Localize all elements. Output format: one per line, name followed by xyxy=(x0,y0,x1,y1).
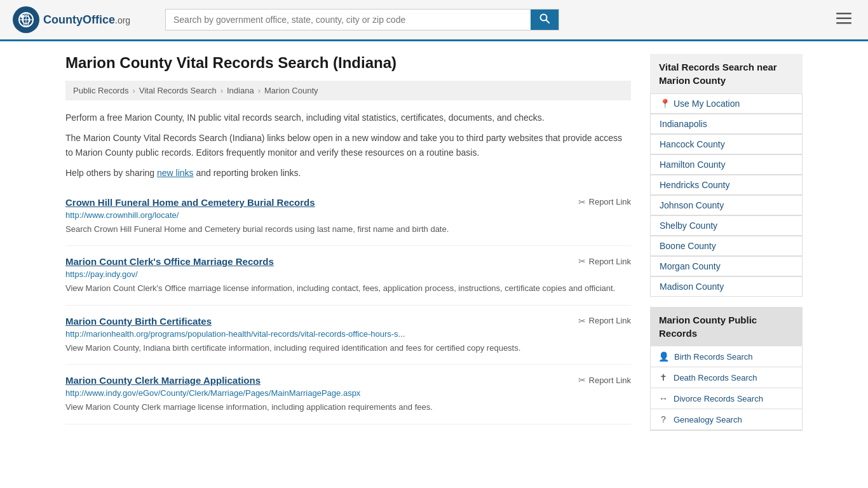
record-title-3[interactable]: Marion County Clerk Marriage Application… xyxy=(65,375,261,386)
location-pin-icon: 📍 xyxy=(660,98,670,109)
record-title-1[interactable]: Marion Count Clerk's Office Marriage Rec… xyxy=(65,256,274,267)
record-title-2[interactable]: Marion County Birth Certificates xyxy=(65,316,212,327)
record-url-2[interactable]: http://marionhealth.org/programs/populat… xyxy=(65,329,631,339)
nearby-item-0: Indianapolis xyxy=(651,114,802,134)
nearby-item-1: Hancock County xyxy=(651,134,802,154)
description-2: The Marion County Vital Records Search (… xyxy=(65,131,631,159)
death-records-icon: ✝ xyxy=(658,372,668,383)
search-input[interactable] xyxy=(166,10,531,30)
logo-icon xyxy=(13,6,39,33)
nearby-link-8[interactable]: Madison County xyxy=(651,277,802,296)
nearby-link-0[interactable]: Indianapolis xyxy=(651,114,802,133)
public-records-header: Marion County Public Records xyxy=(650,307,803,346)
report-link-3[interactable]: ✂ Report Link xyxy=(578,375,631,385)
pub-rec-link-1[interactable]: ✝ Death Records Search xyxy=(651,367,802,388)
record-desc-0: Search Crown Hill Funeral Home and Cemet… xyxy=(65,223,631,236)
nearby-list: 📍 Use My Location Indianapolis Hancock C… xyxy=(650,93,803,297)
record-url-3[interactable]: http://www.indy.gov/eGov/County/Clerk/Ma… xyxy=(65,388,631,398)
pub-rec-link-2[interactable]: ↔ Divorce Records Search xyxy=(651,388,802,409)
breadcrumb-public-records[interactable]: Public Records xyxy=(73,86,128,95)
search-button[interactable] xyxy=(531,10,559,30)
description-3: Help others by sharing new links and rep… xyxy=(65,166,631,180)
record-url-0[interactable]: http://www.crownhill.org/locate/ xyxy=(65,210,631,220)
genealogy-icon: ? xyxy=(658,414,668,424)
site-header: CountyOffice.org xyxy=(0,0,868,41)
nearby-item-5: Shelby County xyxy=(651,215,802,236)
report-icon-1: ✂ xyxy=(578,256,586,266)
public-records-title: Marion County Public Records xyxy=(659,313,794,340)
record-desc-2: View Marion County, Indiana birth certif… xyxy=(65,342,631,355)
pub-rec-link-3[interactable]: ? Genealogy Search xyxy=(651,409,802,430)
record-entry-1: Marion Count Clerk's Office Marriage Rec… xyxy=(65,246,631,306)
report-link-1[interactable]: ✂ Report Link xyxy=(578,256,631,266)
nearby-section: Vital Records Search near Marion County … xyxy=(650,54,803,297)
record-title-0[interactable]: Crown Hill Funeral Home and Cemetery Bur… xyxy=(65,197,315,208)
svg-line-7 xyxy=(546,20,550,24)
breadcrumb-vital-records[interactable]: Vital Records Search xyxy=(139,86,217,95)
nearby-item-2: Hamilton County xyxy=(651,154,802,175)
nearby-item-6: Boone County xyxy=(651,236,802,256)
logo-area: CountyOffice.org xyxy=(13,6,153,33)
pub-rec-item-3: ? Genealogy Search xyxy=(651,409,802,430)
nearby-section-header: Vital Records Search near Marion County xyxy=(650,54,803,93)
pub-rec-item-2: ↔ Divorce Records Search xyxy=(651,388,802,409)
report-icon-3: ✂ xyxy=(578,375,586,385)
main-content: Marion County Vital Records Search (Indi… xyxy=(65,54,631,441)
svg-rect-8 xyxy=(836,13,851,15)
record-entry-3: Marion County Clerk Marriage Application… xyxy=(65,365,631,424)
nearby-link-3[interactable]: Hendricks County xyxy=(651,175,802,194)
record-url-1[interactable]: https://pay.indy.gov/ xyxy=(65,269,631,279)
public-records-list: 👤 Birth Records Search ✝ Death Records S… xyxy=(650,346,803,431)
menu-icon[interactable] xyxy=(832,8,855,32)
public-records-section: Marion County Public Records 👤 Birth Rec… xyxy=(650,307,803,431)
pub-rec-item-0: 👤 Birth Records Search xyxy=(651,346,802,367)
report-icon-0: ✂ xyxy=(578,197,586,207)
report-link-2[interactable]: ✂ Report Link xyxy=(578,316,631,326)
svg-rect-9 xyxy=(836,18,851,20)
pub-rec-link-0[interactable]: 👤 Birth Records Search xyxy=(651,346,802,367)
record-desc-3: View Marion County Clerk marriage licens… xyxy=(65,401,631,414)
svg-rect-10 xyxy=(836,22,851,24)
nearby-item-4: Johnson County xyxy=(651,195,802,215)
description-1: Perform a free Marion County, IN public … xyxy=(65,111,631,125)
divorce-records-icon: ↔ xyxy=(658,393,668,403)
nearby-link-1[interactable]: Hancock County xyxy=(651,135,802,154)
nearby-link-2[interactable]: Hamilton County xyxy=(651,155,802,174)
report-link-0[interactable]: ✂ Report Link xyxy=(578,197,631,207)
report-icon-2: ✂ xyxy=(578,316,586,326)
nearby-item-7: Morgan County xyxy=(651,256,802,276)
nearby-title: Vital Records Search near Marion County xyxy=(659,60,794,87)
nearby-link-5[interactable]: Shelby County xyxy=(651,216,802,235)
nearby-link-6[interactable]: Boone County xyxy=(651,236,802,255)
nearby-link-7[interactable]: Morgan County xyxy=(651,257,802,276)
record-entry-2: Marion County Birth Certificates ✂ Repor… xyxy=(65,306,631,365)
breadcrumb-marion-county[interactable]: Marion County xyxy=(264,86,318,95)
page-title: Marion County Vital Records Search (Indi… xyxy=(65,54,631,72)
nearby-link-4[interactable]: Johnson County xyxy=(651,196,802,215)
pub-rec-item-1: ✝ Death Records Search xyxy=(651,367,802,388)
use-location-link[interactable]: 📍 Use My Location xyxy=(651,94,802,113)
svg-point-5 xyxy=(21,15,24,18)
nearby-item-3: Hendricks County xyxy=(651,175,802,195)
breadcrumb-indiana[interactable]: Indiana xyxy=(227,86,254,95)
birth-records-icon: 👤 xyxy=(658,351,669,362)
main-container: Marion County Vital Records Search (Indi… xyxy=(53,41,815,454)
sidebar: Vital Records Search near Marion County … xyxy=(650,54,803,441)
new-links-link[interactable]: new links xyxy=(157,168,194,178)
nearby-use-location: 📍 Use My Location xyxy=(651,93,802,114)
breadcrumb: Public Records › Vital Records Search › … xyxy=(65,81,631,100)
logo-text: CountyOffice.org xyxy=(43,13,130,27)
search-bar xyxy=(165,9,559,30)
nearby-item-8: Madison County xyxy=(651,276,802,296)
record-desc-1: View Marion Count Clerk's Office marriag… xyxy=(65,282,631,295)
record-entry-0: Crown Hill Funeral Home and Cemetery Bur… xyxy=(65,187,631,247)
